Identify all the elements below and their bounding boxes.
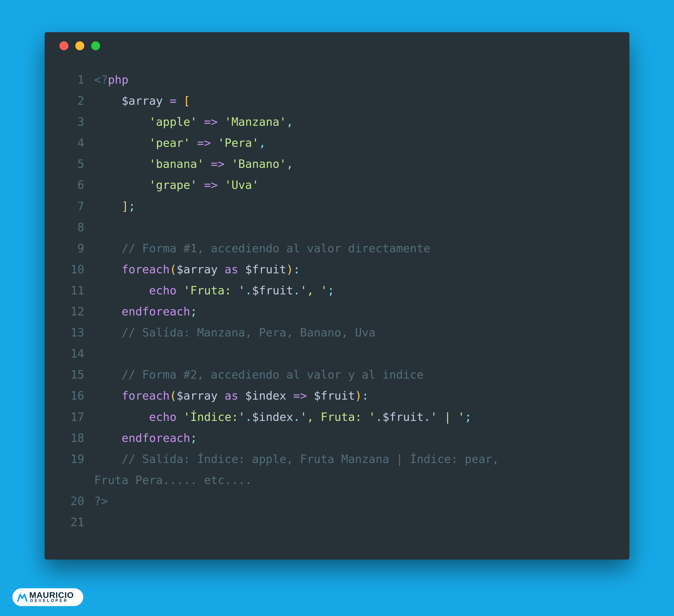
code-line: 21 [49,512,625,533]
editor-window: 1<?php2 $array = [3 'apple' => 'Manzana'… [44,32,630,560]
line-number: 11 [49,280,94,301]
code-line: 11 echo 'Fruta: '.$fruit.', '; [49,280,625,301]
author-badge: MAURICIO DEVELOPER [12,588,83,606]
code-line: 10 foreach($array as $fruit): [49,259,625,280]
code-line: 17 echo 'Índice:'.$index.', Fruta: '.$fr… [49,407,625,428]
line-content: foreach($array as $fruit): [94,259,300,280]
code-line: 1<?php [49,69,625,91]
line-content: // Forma #1, accediendo al valor directa… [94,238,430,259]
line-number: 9 [49,238,94,259]
line-number: 1 [49,69,94,91]
code-line: 16 foreach($array as $index => $fruit): [49,385,625,406]
line-content: 'apple' => 'Manzana', [94,112,293,133]
line-content: endforeach; [94,428,197,449]
line-number: 3 [49,112,94,133]
code-line: 14 [49,343,625,364]
line-number: 7 [49,196,94,217]
badge-title: MAURICIO [29,591,74,599]
line-number: 5 [49,154,94,175]
minimize-icon[interactable] [75,41,84,50]
line-content: <?php [94,69,128,91]
line-number: 4 [49,133,94,154]
line-number: 8 [49,217,94,238]
line-content: endforeach; [94,301,197,322]
line-number: 19 [49,449,94,470]
line-number: 16 [49,385,94,406]
line-number: 18 [49,428,94,449]
code-line: 18 endforeach; [49,428,625,449]
line-number: 15 [49,364,94,385]
line-content: echo 'Índice:'.$index.', Fruta: '.$fruit… [94,407,471,428]
line-content: foreach($array as $index => $fruit): [94,385,369,406]
close-icon[interactable] [60,41,69,50]
line-number: 2 [49,91,94,112]
code-line: 2 $array = [ [49,91,625,112]
line-number: 6 [49,175,94,196]
line-content: // Forma #2, accediendo al valor y al in… [94,364,424,385]
badge-logo-icon [17,592,28,603]
code-line: 7 ]; [49,196,625,217]
line-content: echo 'Fruta: '.$fruit.', '; [94,280,334,301]
line-content: 'banana' => 'Banano', [94,154,293,175]
line-content: 'pear' => 'Pera', [94,133,266,154]
line-number: 20 [49,491,94,512]
window-titlebar [44,32,630,59]
code-line: 5 'banana' => 'Banano', [49,154,625,175]
code-line: 13 // Salída: Manzana, Pera, Banano, Uva [49,322,625,343]
code-line: 3 'apple' => 'Manzana', [49,112,625,133]
code-line: 9 // Forma #1, accediendo al valor direc… [49,238,625,259]
line-number: 12 [49,301,94,322]
code-line: 8 [49,217,625,238]
maximize-icon[interactable] [91,41,100,50]
line-content: // Salída: Índice: apple, Fruta Manzana … [94,449,506,470]
code-area: 1<?php2 $array = [3 'apple' => 'Manzana'… [44,59,630,543]
code-line: 6 'grape' => 'Uva' [49,175,625,196]
line-content: // Salída: Manzana, Pera, Banano, Uva [94,322,375,343]
line-content: ]; [94,196,135,217]
code-line: 19 // Salída: Índice: apple, Fruta Manza… [49,449,625,470]
line-content: 'grape' => 'Uva' [94,175,259,196]
code-line: Fruta Pera..... etc.... [49,470,622,491]
line-content: ?> [94,491,108,512]
code-line: 15 // Forma #2, accediendo al valor y al… [49,364,625,385]
code-line: 12 endforeach; [49,301,625,322]
line-number: 13 [49,322,94,343]
line-content: $array = [ [94,91,190,112]
code-line: 4 'pear' => 'Pera', [49,133,625,154]
line-number: 10 [49,259,94,280]
badge-subtitle: DEVELOPER [30,599,74,603]
line-number: 21 [49,512,94,533]
line-number: 14 [49,343,94,364]
line-number: 17 [49,407,94,428]
code-line: 20?> [49,491,625,512]
